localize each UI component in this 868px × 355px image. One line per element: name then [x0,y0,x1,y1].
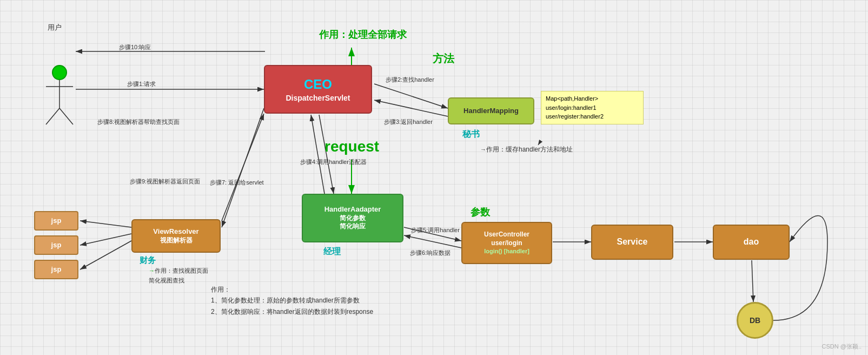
jsp3-label: jsp [51,265,62,274]
param-label: 参数 [471,206,490,219]
dispatcher-servlet-box: CEO DispatcherServlet [264,65,372,114]
step2-label: 步骤2:查找handler [386,76,434,84]
svg-line-21 [752,260,753,302]
svg-line-4 [46,108,59,124]
finance-label: 财务 [140,255,156,266]
service-box: Service [591,225,673,260]
adapter-function-area: 作用： 1、简化参数处理：原始的参数转成handler所需参数 2、简化数据响应… [211,284,373,317]
handler-adapter-label: HandlerAadapter [324,205,381,214]
step9-label: 步骤9:视图解析器返回页面 [130,178,200,186]
step8-label: 步骤8:视图解析器帮助查找页面 [97,118,180,126]
adapter-func-title: 作用： [211,284,373,295]
uc-label2: user/login [491,239,522,248]
handler-adapter-label2: 简化参数 [340,214,366,223]
ceo-label: CEO [304,76,332,93]
svg-line-11 [311,115,324,194]
ceo-function-label: 作用：处理全部请求 [319,28,407,41]
handler-mapping-box: HandlerMapping [448,97,534,124]
svg-line-14 [80,221,131,227]
handler-mapping-label: HandlerMapping [463,107,519,116]
jsp2-box: jsp [34,235,78,255]
svg-line-18 [404,235,461,248]
step10-label: 步骤10:响应 [119,43,151,51]
step1-label: 步骤1:请求 [127,80,156,88]
user-icon [52,65,67,80]
watermark: CSDN @张颖.. [821,343,862,351]
request-label: request [324,138,379,155]
secretary-function-label: →作用：缓存handler方法和地址 [480,145,573,154]
mapping-note: Map<path,Handler> user/login:handler1 us… [541,91,644,124]
db-label: DB [750,315,760,325]
adapter-func-line2: 2、简化数据响应：将handler返回的数据封装到response [211,306,373,317]
handler-adapter-label3: 简化响应 [340,222,366,231]
uc-label1: UserController [484,231,529,239]
user-controller-box: UserController user/login login() [handl… [461,222,552,264]
step6-label: 步骤6:响应数据 [410,249,450,257]
view-resolver-box: ViewResolver 视图解析器 [131,219,221,253]
user-label: 用户 [48,23,62,32]
service-label: Service [617,236,648,248]
step5-label: 步骤5:调用handler [411,226,460,234]
svg-line-5 [59,108,73,124]
diagram: 用户 CEO DispatcherServlet 作用：处理全部请求 方法 Ha… [0,0,868,355]
dispatcher-label: DispatcherServlet [286,93,350,103]
vr-label1: ViewResolver [153,227,198,236]
dao-label: dao [744,236,759,248]
svg-line-24 [538,141,541,145]
svg-line-9 [374,100,448,116]
svg-line-13 [222,114,264,221]
manager-label: 经理 [323,246,341,258]
method-label: 方法 [433,51,454,66]
step7-label: 步骤7: 返回给servlet [210,179,264,187]
uc-label3: login() [handler] [484,247,529,255]
dao-box: dao [713,225,790,260]
svg-line-15 [80,234,131,245]
jsp2-label: jsp [51,241,62,250]
jsp1-label: jsp [51,216,62,226]
vr-function-label: →作用：查找视图页面 简化视图查找 [149,266,208,285]
jsp1-box: jsp [34,211,78,231]
step3-label: 步骤3:返回handler [384,118,433,126]
vr-label2: 视图解析器 [160,236,193,245]
jsp3-box: jsp [34,260,78,279]
db-box: DB [737,302,773,339]
secretary-label: 秘书 [462,129,480,140]
svg-line-12 [222,108,264,227]
svg-line-16 [80,241,131,269]
adapter-func-line1: 1、简化参数处理：原始的参数转成handler所需参数 [211,295,373,306]
svg-line-8 [374,84,448,108]
handler-adapter-box: HandlerAadapter 简化参数 简化响应 [302,194,403,242]
step4-label: 步骤4:调用handler适配器 [300,158,367,166]
